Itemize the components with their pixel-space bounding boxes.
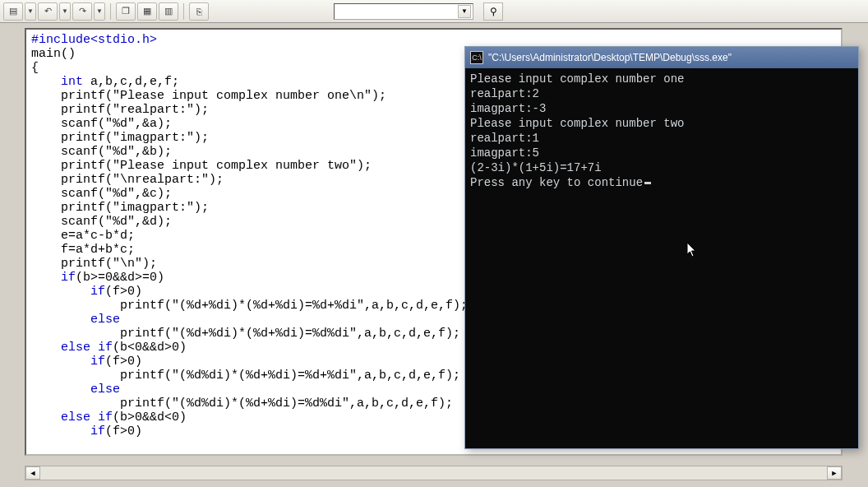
console-line: Please input complex number one xyxy=(470,72,853,86)
toolbar-window-button[interactable]: ❐ xyxy=(116,2,136,21)
console-output: Please input complex number onerealpart:… xyxy=(465,68,858,193)
console-line: (2-3i)*(1+5i)=17+7i xyxy=(470,160,853,175)
horizontal-scrollbar[interactable]: ◄ ► xyxy=(25,466,843,480)
toolbar-find-button[interactable]: ⚲ xyxy=(483,2,503,21)
console-window: C:\ "C:\Users\Administrator\Desktop\TEMP… xyxy=(464,46,859,449)
console-line: Press any key to continue xyxy=(470,175,853,190)
console-titlebar[interactable]: C:\ "C:\Users\Administrator\Desktop\TEMP… xyxy=(465,47,858,68)
toolbar-dropdown[interactable]: ▼ xyxy=(59,2,71,21)
toolbar-redo-button[interactable]: ↷ xyxy=(72,2,92,21)
console-app-icon: C:\ xyxy=(470,51,483,64)
toolbar-dropdown[interactable]: ▼ xyxy=(94,2,105,21)
console-line: realpart:1 xyxy=(470,131,853,146)
toolbar-window-button[interactable]: ▦ xyxy=(137,2,157,21)
toolbar: ▤ ▼ ↶ ▼ ↷ ▼ ❐ ▦ ▥ ⎘ ▼ ⚲ xyxy=(0,0,868,23)
console-line: imagpart:-3 xyxy=(470,101,853,116)
toolbar-dropdown[interactable]: ▼ xyxy=(25,2,36,21)
toolbar-divider xyxy=(183,3,184,20)
console-line: Please input complex number two xyxy=(470,116,853,131)
toolbar-divider xyxy=(110,3,111,20)
toolbar-toggle-button[interactable]: ⎘ xyxy=(189,2,209,21)
toolbar-window-button[interactable]: ▥ xyxy=(159,2,178,21)
toolbar-combobox[interactable]: ▼ xyxy=(334,3,473,20)
console-title-text: "C:\Users\Administrator\Desktop\TEMP\Deb… xyxy=(488,52,732,63)
chevron-down-icon[interactable]: ▼ xyxy=(458,5,471,18)
console-line: imagpart:5 xyxy=(470,146,853,160)
scroll-left-icon[interactable]: ◄ xyxy=(25,466,40,480)
toolbar-undo-button[interactable]: ↶ xyxy=(38,2,58,21)
scroll-right-icon[interactable]: ► xyxy=(827,466,842,480)
console-cursor xyxy=(644,182,651,184)
toolbar-file-button[interactable]: ▤ xyxy=(3,2,23,21)
console-line: realpart:2 xyxy=(470,86,853,101)
